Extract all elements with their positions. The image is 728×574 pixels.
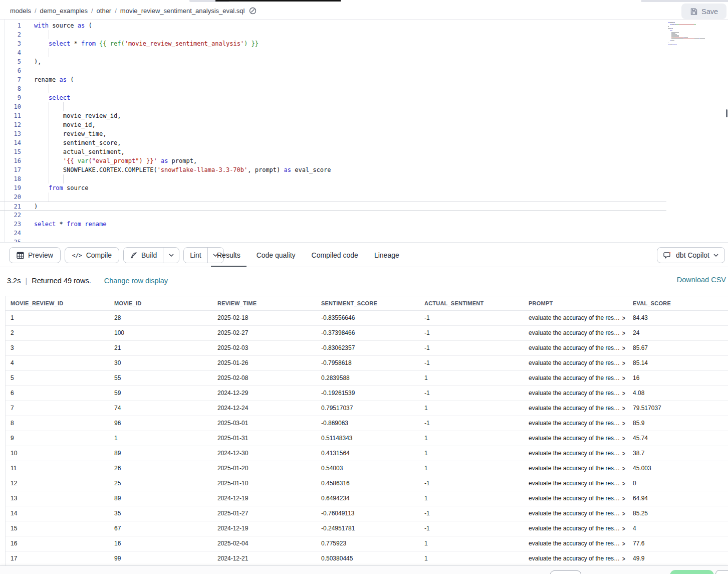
line-number[interactable]: 6 <box>0 66 21 75</box>
column-header-prompt[interactable]: PROMPT <box>524 296 628 310</box>
line-number[interactable]: 25 <box>0 238 21 242</box>
expand-cell-icon[interactable]: > <box>622 420 625 427</box>
code-line[interactable]: 15 actual_sentiment, <box>0 147 728 156</box>
line-number[interactable]: 10 <box>0 102 21 111</box>
tab-code-quality[interactable]: Code quality <box>251 243 302 267</box>
expand-cell-icon[interactable]: > <box>622 495 625 502</box>
line-number[interactable]: 12 <box>0 120 21 129</box>
bottom-bar-green-button[interactable] <box>670 570 714 574</box>
line-number[interactable]: 22 <box>0 211 21 220</box>
code-line[interactable]: 5), <box>0 57 728 66</box>
line-number[interactable]: 1 <box>0 21 21 30</box>
code-line[interactable]: 12 movie_id, <box>0 120 728 129</box>
code-line[interactable]: 1with source as ( <box>0 21 728 30</box>
save-button[interactable]: Save <box>681 4 726 19</box>
line-number[interactable]: 17 <box>0 165 21 174</box>
line-number[interactable]: 5 <box>0 57 21 66</box>
line-number[interactable]: 11 <box>0 111 21 120</box>
line-number[interactable]: 3 <box>0 39 21 48</box>
column-header-review_time[interactable]: REVIEW_TIME <box>212 296 316 310</box>
expand-cell-icon[interactable]: > <box>622 329 625 336</box>
code-line[interactable]: 3 select * from {{ ref('movie_review_sen… <box>0 39 728 48</box>
column-header-movie_review_id[interactable]: MOVIE_REVIEW_ID <box>6 296 109 310</box>
sql-code-editor[interactable]: 1with source as (23 select * from {{ ref… <box>0 20 728 242</box>
breadcrumb-item[interactable]: other <box>97 7 112 15</box>
dbt-copilot-button[interactable]: dbt Copilot <box>657 247 725 263</box>
code-line[interactable]: 14 sentiment_score, <box>0 138 728 147</box>
line-number[interactable]: 16 <box>0 156 21 165</box>
tab-compiled-code[interactable]: Compiled code <box>306 243 364 267</box>
preview-button[interactable]: Preview <box>9 247 61 263</box>
expand-cell-icon[interactable]: > <box>622 390 625 397</box>
line-number[interactable]: 24 <box>0 229 21 238</box>
build-dropdown-chevron[interactable] <box>163 248 179 263</box>
line-number[interactable]: 14 <box>0 138 21 147</box>
code-line[interactable]: 25 <box>0 238 728 242</box>
change-row-display-link[interactable]: Change row display <box>104 277 168 285</box>
copilot-dropdown-chevron[interactable] <box>713 254 718 257</box>
column-header-actual_sentiment[interactable]: ACTUAL_SENTIMENT <box>419 296 524 310</box>
expand-cell-icon[interactable]: > <box>622 314 625 321</box>
line-number[interactable]: 9 <box>0 93 21 102</box>
column-header-sentiment_score[interactable]: SENTIMENT_SCORE <box>316 296 419 310</box>
line-number[interactable]: 18 <box>0 174 21 183</box>
line-number[interactable]: 21 <box>0 202 21 211</box>
code-line[interactable]: 2 <box>0 30 728 39</box>
line-number[interactable]: 7 <box>0 75 21 84</box>
lint-button[interactable]: Lint <box>184 248 207 263</box>
expand-cell-icon[interactable]: > <box>622 359 625 366</box>
expand-cell-icon[interactable]: > <box>622 510 625 517</box>
column-header-eval_score[interactable]: EVAL_SCORE <box>628 296 728 310</box>
breadcrumb-item[interactable]: movie_review_sentiment_analysis_eval.sql <box>120 7 245 15</box>
expand-cell-icon[interactable]: > <box>622 435 625 442</box>
line-number[interactable]: 13 <box>0 129 21 138</box>
code-line[interactable]: 18 <box>0 174 728 183</box>
code-line[interactable]: 9 select <box>0 93 728 102</box>
expand-cell-icon[interactable]: > <box>622 465 625 472</box>
expand-cell-icon[interactable]: > <box>622 525 625 532</box>
bottom-bar-button[interactable] <box>550 570 581 574</box>
code-lines[interactable]: 1with source as (23 select * from {{ ref… <box>0 21 728 242</box>
expand-cell-icon[interactable]: > <box>622 405 625 412</box>
code-line[interactable]: 13 review_time, <box>0 129 728 138</box>
download-csv-link[interactable]: Download CSV <box>677 276 726 284</box>
line-number[interactable]: 23 <box>0 220 21 229</box>
code-line[interactable]: 19 from source <box>0 183 728 193</box>
code-line[interactable]: 4 <box>0 48 728 57</box>
tab-results[interactable]: Results <box>211 243 247 267</box>
line-number[interactable]: 15 <box>0 147 21 156</box>
line-number[interactable]: 4 <box>0 48 21 57</box>
line-number[interactable]: 19 <box>0 183 21 193</box>
cell-movie_id: 99 <box>109 551 212 566</box>
line-number[interactable]: 2 <box>0 30 21 39</box>
code-line[interactable]: 7rename as ( <box>0 75 728 84</box>
expand-cell-icon[interactable]: > <box>622 540 625 547</box>
code-line[interactable]: 20 <box>0 193 728 202</box>
expand-cell-icon[interactable]: > <box>622 480 625 487</box>
tab-lineage[interactable]: Lineage <box>368 243 405 267</box>
code-line[interactable]: 10 <box>0 102 728 111</box>
build-button[interactable]: Build <box>124 248 163 263</box>
column-header-movie_id[interactable]: MOVIE_ID <box>109 296 212 310</box>
code-line[interactable]: 21) <box>0 202 666 211</box>
code-minimap[interactable] <box>668 23 724 48</box>
code-line[interactable]: 6 <box>0 66 728 75</box>
expand-cell-icon[interactable]: > <box>622 344 625 351</box>
expand-cell-icon[interactable]: > <box>622 374 625 381</box>
code-line[interactable]: 22 <box>0 211 728 220</box>
code-line[interactable]: 11 movie_review_id, <box>0 111 728 120</box>
editor-scrollbar[interactable] <box>726 109 727 117</box>
expand-cell-icon[interactable]: > <box>622 450 625 457</box>
expand-cell-icon[interactable]: > <box>622 555 625 562</box>
bottom-bar-button[interactable] <box>715 570 728 574</box>
code-line[interactable]: 16 '{{ var("eval_prompt") }}' as prompt, <box>0 156 728 165</box>
compile-button[interactable]: </> Compile <box>65 247 119 263</box>
code-line[interactable]: 23select * from rename <box>0 220 728 229</box>
line-number[interactable]: 20 <box>0 193 21 202</box>
line-number[interactable]: 8 <box>0 84 21 93</box>
breadcrumb-item[interactable]: models <box>10 7 31 15</box>
code-line[interactable]: 17 SNOWFLAKE.CORTEX.COMPLETE('snowflake-… <box>0 165 728 174</box>
code-line[interactable]: 8 <box>0 84 728 93</box>
code-line[interactable]: 24 <box>0 229 728 238</box>
breadcrumb-item[interactable]: demo_examples <box>40 7 88 15</box>
